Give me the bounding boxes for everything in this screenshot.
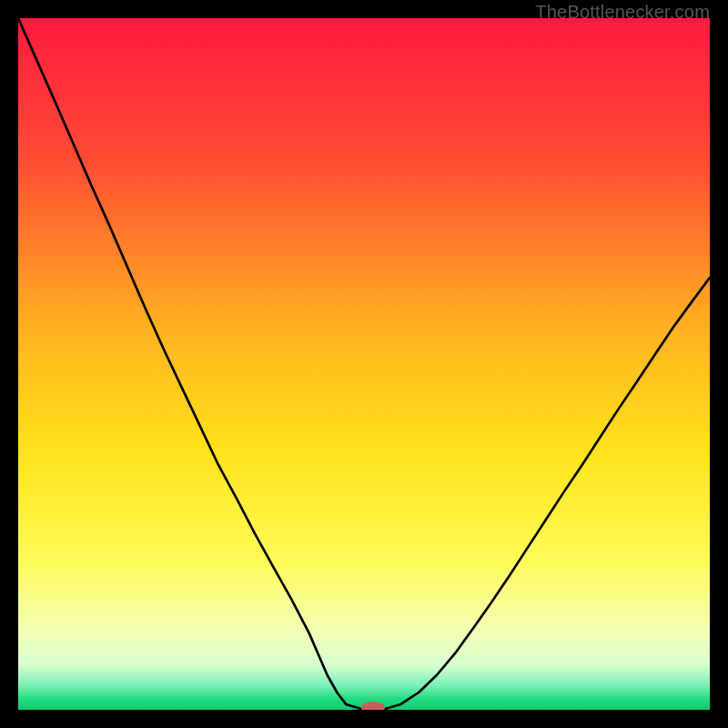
chart-background <box>18 18 710 710</box>
bottleneck-chart <box>18 18 710 710</box>
chart-frame: TheBottlenecker.com <box>0 0 728 728</box>
